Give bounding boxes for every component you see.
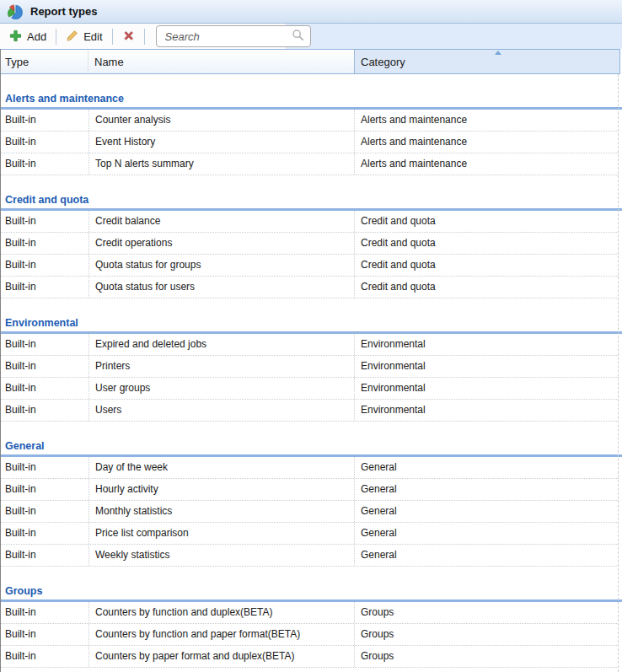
- category-column-edge: [618, 74, 619, 672]
- cell-type: Built-in: [1, 211, 89, 232]
- column-header-type[interactable]: Type: [1, 50, 88, 73]
- table-row[interactable]: Built-in Day of the week General: [1, 457, 619, 479]
- cell-category: Environmental: [355, 356, 619, 377]
- table-row[interactable]: Built-in Expired and deleted jobs Enviro…: [1, 334, 619, 356]
- cell-name: User groups: [89, 378, 355, 399]
- group-rows: Built-in Day of the week General Built-i…: [1, 457, 622, 567]
- cell-category: Environmental: [355, 334, 619, 355]
- group-label: General: [1, 438, 622, 454]
- toolbar: Add Edit: [0, 24, 622, 49]
- cell-name: Event History: [89, 132, 355, 153]
- edit-button-label: Edit: [83, 31, 102, 42]
- table-row[interactable]: Built-in Hourly activity General: [1, 479, 619, 501]
- search-input[interactable]: [157, 30, 292, 43]
- cell-category: Credit and quota: [355, 255, 619, 276]
- cell-type: Built-in: [1, 602, 89, 623]
- cell-type: Built-in: [1, 277, 89, 298]
- row-group: General Built-in Day of the week General…: [1, 438, 622, 567]
- group-label: Environmental: [1, 315, 622, 331]
- cell-category: Groups: [355, 646, 619, 667]
- cell-type: Built-in: [1, 132, 89, 153]
- group-rows: Built-in Counters by function and duplex…: [1, 602, 622, 668]
- cell-category: Environmental: [355, 400, 619, 421]
- cell-type: Built-in: [1, 523, 89, 544]
- search-box: [156, 25, 311, 47]
- group-rows: Built-in Expired and deleted jobs Enviro…: [1, 334, 622, 422]
- cell-type: Built-in: [1, 153, 89, 175]
- column-header-row: Type Name Category: [1, 49, 620, 74]
- cell-type: Built-in: [1, 457, 89, 478]
- table-row[interactable]: Built-in Price list comparison General: [1, 523, 619, 545]
- cell-category: Groups: [355, 602, 619, 623]
- table-row[interactable]: Built-in Counters by paper format and du…: [1, 646, 619, 668]
- cell-category: Alerts and maintenance: [355, 132, 619, 153]
- cell-category: General: [355, 479, 619, 500]
- cell-name: Hourly activity: [89, 479, 355, 500]
- sort-asc-arrow-icon: [495, 51, 501, 55]
- group-rows: Built-in Credit balance Credit and quota…: [1, 211, 622, 298]
- cell-name: Monthly statistics: [89, 501, 355, 522]
- cell-name: Counter analysis: [89, 110, 355, 131]
- cell-type: Built-in: [1, 233, 89, 254]
- cell-category: General: [355, 501, 619, 522]
- cell-category: Credit and quota: [355, 277, 619, 298]
- cell-type: Built-in: [1, 356, 89, 377]
- table-row[interactable]: Built-in Top N alerts summary Alerts and…: [1, 153, 619, 175]
- row-group: Alerts and maintenance Built-in Counter …: [1, 91, 622, 175]
- cell-name: Price list comparison: [89, 523, 355, 544]
- cell-name: Day of the week: [89, 457, 355, 478]
- column-header-name-label: Name: [94, 56, 124, 68]
- table-row[interactable]: Built-in Counters by function and duplex…: [1, 602, 619, 624]
- column-header-name[interactable]: Name: [88, 50, 354, 73]
- column-header-category[interactable]: Category: [354, 50, 619, 73]
- cell-type: Built-in: [1, 334, 89, 355]
- group-rows: Built-in Counter analysis Alerts and mai…: [1, 110, 622, 175]
- cell-type: Built-in: [1, 400, 89, 421]
- cell-name: Credit balance: [89, 211, 355, 232]
- table-row[interactable]: Built-in User groups Environmental: [1, 378, 619, 400]
- group-label: Groups: [1, 583, 622, 599]
- table-row[interactable]: Built-in Printers Environmental: [1, 356, 619, 378]
- cell-type: Built-in: [1, 378, 89, 399]
- table-row[interactable]: Built-in Event History Alerts and mainte…: [1, 132, 619, 153]
- titlebar: Report types: [0, 0, 622, 24]
- cell-name: Credit operations: [89, 233, 355, 254]
- table-row[interactable]: Built-in Monthly statistics General: [1, 501, 619, 523]
- cell-category: General: [355, 457, 619, 478]
- cell-type: Built-in: [1, 479, 89, 500]
- table-row[interactable]: Built-in Credit operations Credit and qu…: [1, 233, 619, 255]
- grid-panel: Type Name Category Alerts and maintenanc…: [0, 49, 622, 672]
- add-button-label: Add: [27, 31, 46, 42]
- table-row[interactable]: Built-in Quota status for users Credit a…: [1, 277, 619, 298]
- cell-category: General: [355, 545, 619, 566]
- cell-type: Built-in: [1, 110, 89, 131]
- cell-category: Credit and quota: [355, 233, 619, 254]
- delete-button[interactable]: [117, 27, 140, 46]
- column-header-category-label: Category: [361, 56, 405, 68]
- table-row[interactable]: Built-in Users Environmental: [1, 400, 619, 422]
- table-row[interactable]: Built-in Weekly statistics General: [1, 545, 619, 567]
- table-row[interactable]: Built-in Counters by function and paper …: [1, 624, 619, 646]
- x-icon: [122, 30, 135, 44]
- cell-category: Credit and quota: [355, 211, 619, 232]
- cell-name: Quota status for groups: [89, 255, 355, 276]
- table-row[interactable]: Built-in Credit balance Credit and quota: [1, 211, 619, 233]
- cell-category: General: [355, 523, 619, 544]
- pencil-icon: [66, 30, 78, 44]
- table-row[interactable]: Built-in Quota status for groups Credit …: [1, 255, 619, 277]
- magnifier-icon: [292, 29, 304, 44]
- cell-category: Groups: [355, 624, 619, 645]
- cell-name: Top N alerts summary: [89, 153, 355, 175]
- table-body: Alerts and maintenance Built-in Counter …: [1, 74, 622, 672]
- group-label: Credit and quota: [1, 192, 622, 208]
- edit-button[interactable]: Edit: [61, 27, 107, 46]
- add-button[interactable]: Add: [4, 27, 51, 46]
- cell-type: Built-in: [1, 501, 89, 522]
- cell-name: Counters by function and duplex(BETA): [89, 602, 355, 623]
- table-row[interactable]: Built-in Counter analysis Alerts and mai…: [1, 110, 619, 132]
- toolbar-separator: [112, 29, 113, 45]
- row-group: Environmental Built-in Expired and delet…: [1, 315, 622, 422]
- cell-type: Built-in: [1, 545, 89, 566]
- toolbar-separator: [56, 29, 56, 45]
- plus-icon: [9, 30, 22, 44]
